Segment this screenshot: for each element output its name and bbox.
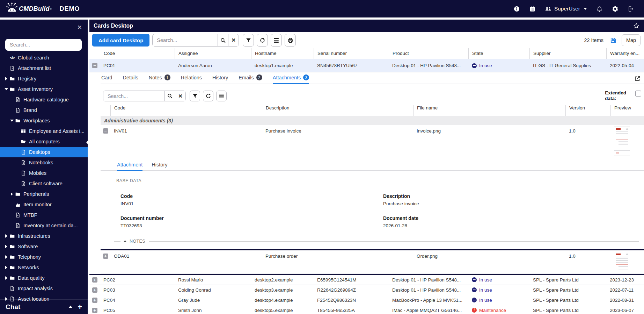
tab-relations[interactable]: Relations [181,75,202,84]
collapse-row-button[interactable]: − [92,63,97,68]
search-button[interactable] [218,34,228,46]
sidebar-item-peripherals[interactable]: Peripherals [0,189,88,199]
column-header-hostname[interactable]: Hostname [251,48,314,59]
attachments-menu-button[interactable] [216,91,227,101]
close-icon[interactable]: ✕ [77,24,82,31]
menu-button[interactable] [271,34,282,47]
expand-row-button[interactable]: + [92,287,97,293]
chevron-right-icon[interactable] [3,266,9,269]
preview-thumbnail[interactable] [614,127,630,148]
sidebar-item-attachment-list[interactable]: Attachment list [0,63,88,73]
filter-button[interactable] [243,34,254,47]
cards-search-input[interactable] [153,34,218,46]
sidebar-item-employee-and-assets-i[interactable]: Employee and Assets i... [0,126,88,136]
attachment-column-header-code[interactable]: Code [110,105,262,116]
sidebar-item-software[interactable]: Software [0,241,88,252]
print-button[interactable] [285,34,296,47]
tab-attachments[interactable]: Attachments3 [273,74,309,84]
sidebar-item-global-search[interactable]: </>Global search [0,52,88,63]
sidebar-item-hardware-catalogue[interactable]: Hardware catalogue [0,94,88,105]
chevron-right-icon[interactable] [3,245,9,248]
sidebar-item-asset-inventory[interactable]: Asset Inventory [0,84,88,94]
tab-history[interactable]: History [212,75,228,84]
subtab-history[interactable]: History [152,162,167,171]
save-view-icon[interactable] [610,37,617,44]
attachment-column-header-version[interactable]: Version [565,105,610,116]
attachments-clear-search-button[interactable]: ✕ [175,91,185,101]
sidebar-item-telephony[interactable]: Telephony [0,252,88,262]
tab-emails[interactable]: Emails2 [239,74,262,84]
sidebar-item-data-quality[interactable]: Data quality [0,273,88,283]
tab-notes[interactable]: Notes1 [149,74,170,84]
sidebar-item-networks[interactable]: Networks [0,262,88,273]
favorite-star-icon[interactable] [633,22,640,29]
external-link-icon[interactable] [635,76,641,81]
sidebar-item-client-software[interactable]: Client software [0,178,88,189]
sidebar-item-mobiles[interactable]: Mobiles [0,168,88,178]
chevron-right-icon[interactable] [3,234,9,238]
attachment-column-header-description[interactable]: Description [262,105,413,116]
sidebar-item-infrastructures[interactable]: Infrastructures [0,231,88,241]
attachments-search-button[interactable] [164,91,175,101]
expand-row-button[interactable]: + [92,298,97,303]
attachments-filter-button[interactable] [190,91,200,101]
sidebar-item-all-computers[interactable]: All computers [0,136,88,147]
chevron-down-icon[interactable] [3,88,9,90]
sidebar-item-impact-analysis[interactable]: Impact analysis [0,283,88,294]
attachment-column-header-file-name[interactable]: File name [413,105,565,116]
table-row[interactable]: +PC02Rossi Mariodesktop2.exampleE65995C1… [89,275,644,285]
sidebar-item-notebooks[interactable]: Notebooks [0,157,88,168]
chevron-right-icon[interactable] [3,255,9,259]
column-header-serial-number[interactable]: Serial number [314,48,389,59]
sidebar-item-mtbf[interactable]: MTBF [0,210,88,220]
chevron-right-icon[interactable] [9,192,15,196]
table-row[interactable]: +PC04Gray Judedesktop4.exampleF25452Q986… [89,295,644,305]
bell-icon[interactable] [596,6,603,12]
attachment-row[interactable]: +ODA01Purchase orderOrder.png1.0 [101,250,644,273]
gear-icon[interactable] [612,6,619,12]
sidebar-search-input[interactable] [5,39,82,51]
sidebar-item-item-monitor[interactable]: Item monitor [0,199,88,210]
info-icon[interactable] [513,6,520,12]
chevron-right-icon[interactable] [3,276,9,280]
column-header-state[interactable]: State [468,48,529,59]
chat-collapse-icon[interactable] [68,306,73,308]
chevron-right-icon[interactable] [3,77,9,80]
expand-attachment-button[interactable]: + [103,254,108,259]
add-card-button[interactable]: Add card Desktop [92,34,149,47]
sidebar-item-desktops[interactable]: Desktops [0,147,88,157]
column-header-assignee[interactable]: Assignee [175,48,251,59]
sidebar-item-inventory-at-certain-da[interactable]: Inventory at certain da... [0,220,88,231]
extended-data-checkbox[interactable] [635,91,641,97]
column-header-product[interactable]: Product [389,48,468,59]
sidebar-collapse-handle[interactable] [86,139,89,145]
column-header-warranty-en[interactable]: Warranty en... [606,48,644,59]
sidebar-item-brand[interactable]: Brand [0,105,88,115]
refresh-button[interactable] [257,34,268,47]
attachment-row[interactable]: −INV01Purchase invoiceInvoice.png1.0 [101,125,644,158]
attachments-search-input[interactable] [103,91,164,101]
chevron-down-icon[interactable] [9,120,15,122]
preview-thumbnail[interactable] [614,252,630,273]
subtab-attachment[interactable]: Attachment [117,162,142,171]
clear-search-button[interactable]: ✕ [228,34,239,46]
expand-row-button[interactable]: + [92,308,97,313]
table-row[interactable]: +PC05Smith Johndesktop5.exampleT85455F96… [89,305,644,314]
tab-card[interactable]: Card [101,75,112,84]
column-header-code[interactable]: Code [100,48,175,59]
chat-add-icon[interactable]: + [78,304,82,311]
user-menu[interactable]: SuperUser [545,6,587,12]
collapse-attachment-button[interactable]: − [103,128,108,134]
sidebar-item-workplaces[interactable]: Workplaces [0,115,88,126]
attachments-refresh-button[interactable] [203,91,213,101]
sidebar-item-registry[interactable]: Registry [0,73,88,84]
logout-icon[interactable] [628,6,634,12]
collapse-notes-icon[interactable] [123,240,127,242]
table-row-selected[interactable]: −PC01Anderson Aarondesktop1.exampleSN456… [89,59,644,72]
calendar-icon[interactable] [529,6,536,12]
tab-details[interactable]: Details [123,75,138,84]
table-row[interactable]: +PC03Colding Conraddesktop3.exampleR2264… [89,285,644,295]
attachment-column-header-preview[interactable]: Preview [610,105,644,116]
expand-row-button[interactable]: + [92,277,97,283]
map-button[interactable]: Map [622,34,641,46]
